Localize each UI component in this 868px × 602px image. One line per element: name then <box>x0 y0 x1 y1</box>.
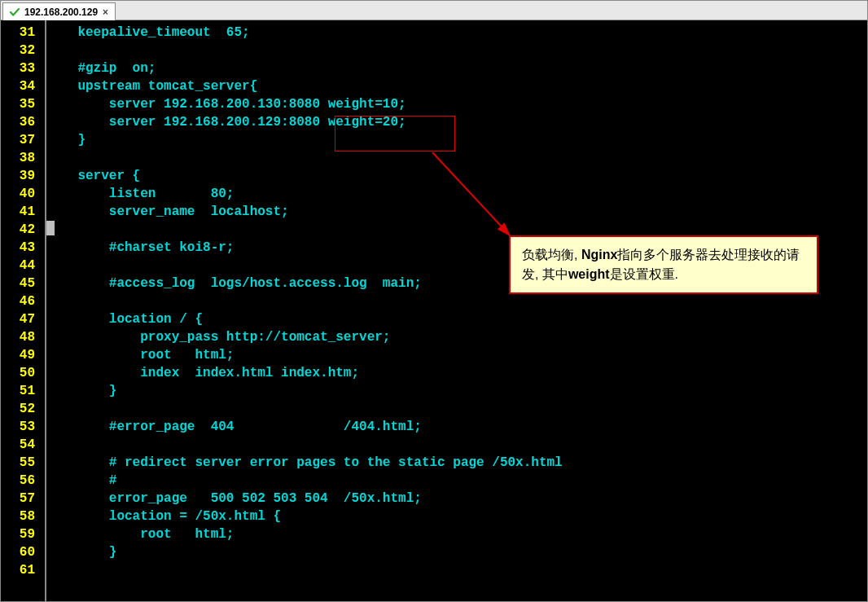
code-line[interactable]: } <box>46 382 867 400</box>
code-line[interactable] <box>46 292 867 310</box>
line-number: 47 <box>1 310 45 328</box>
line-number: 56 <box>1 472 45 490</box>
tab-bar: 192.168.200.129 × <box>1 1 867 20</box>
tab-active[interactable]: 192.168.200.129 × <box>2 2 116 20</box>
code-line[interactable] <box>46 42 867 59</box>
line-number: 50 <box>1 364 45 382</box>
line-number: 32 <box>1 42 45 59</box>
line-number: 48 <box>1 328 45 346</box>
code-line[interactable] <box>46 149 867 167</box>
editor: 3132333435363738394041424344454647484950… <box>1 20 867 601</box>
line-number-gutter: 3132333435363738394041424344454647484950… <box>1 20 46 601</box>
code-line[interactable]: location / { <box>46 310 867 328</box>
code-line[interactable]: #gzip on; <box>46 59 867 77</box>
close-icon[interactable]: × <box>103 7 108 18</box>
line-number: 61 <box>1 561 45 579</box>
code-line[interactable]: listen 80; <box>46 185 867 203</box>
line-number: 31 <box>1 24 45 42</box>
tooltip-text: 负载均衡, <box>522 248 581 261</box>
line-number: 42 <box>1 221 45 239</box>
code-line[interactable]: error_page 500 502 503 504 /50x.html; <box>46 490 867 508</box>
line-number: 46 <box>1 292 45 310</box>
line-number: 33 <box>1 59 45 77</box>
line-number: 34 <box>1 77 45 95</box>
tooltip-after: 是设置权重. <box>610 267 678 281</box>
line-number: 57 <box>1 490 45 508</box>
code-line[interactable]: server { <box>46 167 867 185</box>
app-window: 192.168.200.129 × 3132333435363738394041… <box>0 0 868 602</box>
code-line[interactable]: } <box>46 131 867 149</box>
tab-title: 192.168.200.129 <box>24 7 98 18</box>
code-line[interactable]: server_name localhost; <box>46 203 867 221</box>
line-number: 37 <box>1 131 45 149</box>
line-number: 43 <box>1 239 45 257</box>
line-number: 54 <box>1 436 45 454</box>
line-number: 40 <box>1 185 45 203</box>
code-line[interactable]: proxy_pass http://tomcat_server; <box>46 328 867 346</box>
line-number: 55 <box>1 454 45 472</box>
line-number: 39 <box>1 167 45 185</box>
code-line[interactable]: server 192.168.200.130:8080 weight=10; <box>46 95 867 113</box>
checkmark-icon <box>10 7 20 17</box>
line-number: 51 <box>1 382 45 400</box>
line-number: 38 <box>1 149 45 167</box>
line-number: 58 <box>1 508 45 525</box>
line-number: 44 <box>1 257 45 275</box>
line-number: 60 <box>1 543 45 561</box>
line-number: 59 <box>1 525 45 543</box>
code-line[interactable]: # <box>46 472 867 490</box>
line-number: 36 <box>1 113 45 131</box>
code-line[interactable]: #error_page 404 /404.html; <box>46 418 867 436</box>
code-line[interactable]: root html; <box>46 525 867 543</box>
code-line[interactable]: index index.html index.htm; <box>46 364 867 382</box>
code-line[interactable] <box>46 400 867 418</box>
line-number: 49 <box>1 346 45 364</box>
line-number: 45 <box>1 275 45 292</box>
code-line[interactable]: location = /50x.html { <box>46 508 867 525</box>
text-cursor <box>46 221 55 235</box>
code-line[interactable] <box>46 436 867 454</box>
line-number: 41 <box>1 203 45 221</box>
code-line[interactable]: keepalive_timeout 65; <box>46 24 867 42</box>
code-line[interactable]: } <box>46 543 867 561</box>
code-line[interactable]: server 192.168.200.129:8080 weight=20; <box>46 113 867 131</box>
tooltip-bold2: weight <box>568 267 610 281</box>
line-number: 35 <box>1 95 45 113</box>
code-line[interactable]: upstream tomcat_server{ <box>46 77 867 95</box>
code-area[interactable]: keepalive_timeout 65; #gzip on; upstream… <box>46 20 867 601</box>
code-line[interactable]: # redirect server error pages to the sta… <box>46 454 867 472</box>
code-line[interactable]: root html; <box>46 346 867 364</box>
line-number: 52 <box>1 400 45 418</box>
annotation-tooltip: 负载均衡, Nginx指向多个服务器去处理接收的请发, 其中weight是设置权… <box>509 235 818 294</box>
tooltip-bold1: Nginx <box>581 248 617 261</box>
code-line[interactable] <box>46 561 867 579</box>
line-number: 53 <box>1 418 45 436</box>
